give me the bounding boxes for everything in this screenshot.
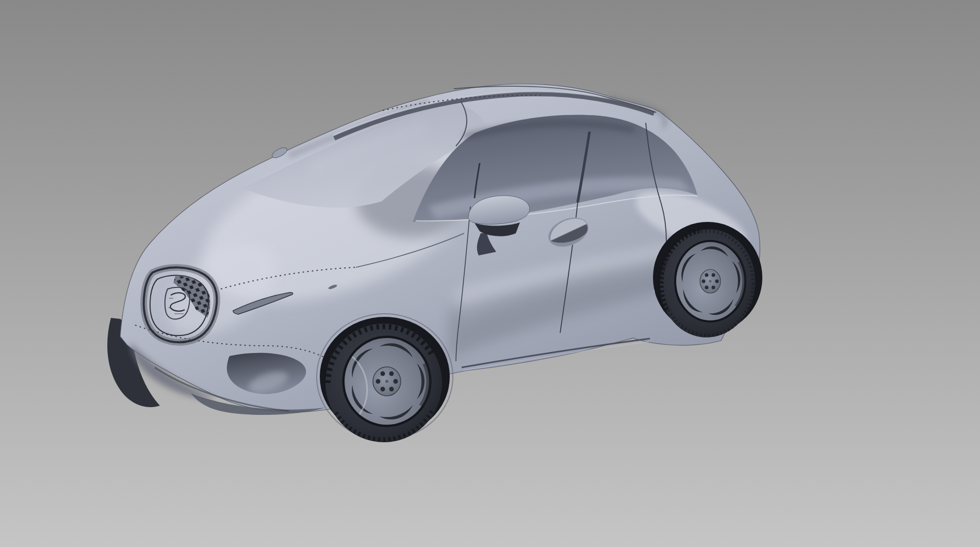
viewport-3d[interactable] xyxy=(0,0,980,547)
car-render-svg xyxy=(0,0,980,547)
